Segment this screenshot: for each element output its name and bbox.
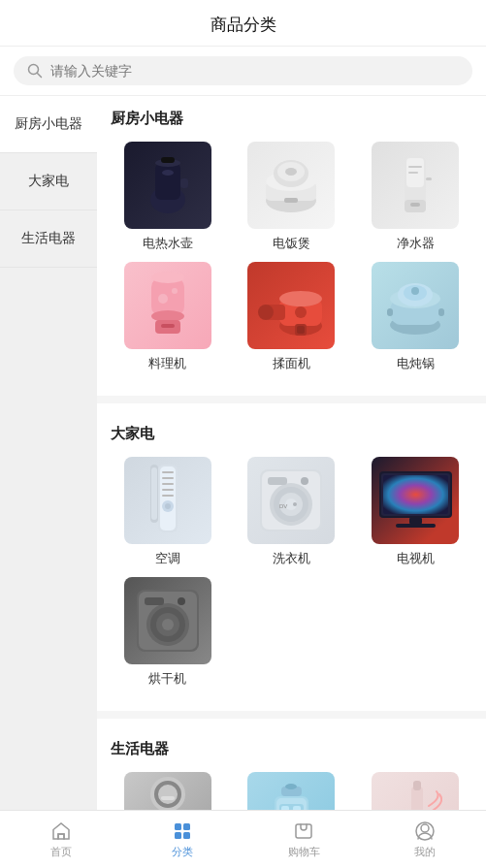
product-label-mixer: 揉面机 — [273, 355, 310, 372]
product-image-ricecooker — [247, 142, 335, 229]
svg-rect-69 — [409, 518, 422, 524]
product-mixer[interactable]: 揉面机 — [233, 262, 351, 372]
svg-point-26 — [158, 294, 168, 304]
product-washer[interactable]: DV 洗衣机 — [233, 457, 351, 567]
svg-rect-3 — [155, 163, 180, 200]
product-label-slowcooker: 电炖锅 — [397, 355, 435, 372]
search-icon — [27, 63, 43, 79]
svg-rect-102 — [175, 832, 181, 839]
sidebar-item-appliance[interactable]: 大家电 — [0, 153, 97, 210]
product-label-washer: 洗衣机 — [273, 550, 310, 567]
product-grid-kitchen: 电热水壶 电饭煲 — [109, 142, 474, 372]
product-image-ac — [124, 457, 211, 544]
svg-point-42 — [411, 287, 419, 295]
svg-point-78 — [178, 597, 185, 605]
product-image-slowcooker — [372, 262, 459, 349]
page-header: 商品分类 — [0, 0, 486, 47]
product-label-ricecooker: 电饭煲 — [273, 235, 310, 252]
product-kettle[interactable]: 电热水壶 — [109, 142, 227, 252]
svg-point-27 — [172, 288, 178, 294]
product-image-waterfilter — [372, 142, 459, 229]
svg-rect-28 — [161, 324, 175, 328]
nav-mine[interactable]: 我的 — [365, 811, 486, 868]
right-content: 厨房小电器 电热水壶 — [97, 96, 486, 868]
svg-point-7 — [162, 170, 174, 176]
svg-rect-55 — [151, 467, 157, 520]
product-label-tv: 电视机 — [397, 550, 435, 567]
svg-rect-36 — [297, 326, 305, 334]
svg-rect-77 — [145, 597, 164, 605]
mine-icon — [414, 820, 436, 842]
category-section-appliance: 大家电 — [97, 411, 486, 703]
svg-rect-101 — [183, 823, 190, 830]
product-grid-appliance: 空调 DV — [109, 457, 474, 567]
svg-point-76 — [162, 619, 174, 630]
svg-point-105 — [421, 824, 429, 832]
svg-rect-5 — [180, 178, 188, 188]
product-blender[interactable]: 料理机 — [109, 262, 227, 372]
svg-rect-43 — [387, 308, 393, 316]
nav-home[interactable]: 首页 — [0, 811, 121, 868]
nav-mine-label: 我的 — [414, 845, 436, 859]
page-title: 商品分类 — [211, 16, 276, 34]
nav-cart-label: 购物车 — [288, 845, 320, 859]
nav-category-label: 分类 — [172, 845, 193, 859]
svg-rect-68 — [383, 475, 448, 514]
svg-point-92 — [285, 784, 297, 789]
product-tv[interactable]: 电视机 — [356, 457, 474, 567]
product-slowcooker[interactable]: 电炖锅 — [356, 262, 474, 372]
svg-point-53 — [165, 503, 171, 509]
svg-line-1 — [38, 74, 42, 78]
category-section-kitchen: 厨房小电器 电热水壶 — [97, 96, 486, 388]
svg-rect-83 — [161, 796, 175, 800]
svg-rect-14 — [284, 198, 298, 203]
nav-home-label: 首页 — [50, 845, 72, 859]
nav-category[interactable]: 分类 — [121, 811, 243, 868]
svg-rect-19 — [408, 166, 422, 168]
main-content: 厨房小电器 大家电 生活电器 厨房小电器 — [0, 96, 486, 868]
home-icon — [50, 820, 72, 842]
svg-point-34 — [295, 306, 307, 318]
category-title-appliance: 大家电 — [109, 425, 474, 443]
svg-point-33 — [258, 305, 274, 320]
svg-rect-100 — [175, 823, 181, 830]
svg-rect-48 — [162, 477, 174, 479]
svg-rect-44 — [438, 308, 444, 316]
category-title-kitchen: 厨房小电器 — [109, 110, 474, 128]
cart-icon — [293, 820, 314, 842]
product-label-waterfilter: 净水器 — [397, 235, 435, 252]
product-image-tv — [372, 457, 459, 544]
category-icon — [172, 820, 193, 842]
nav-cart[interactable]: 购物车 — [243, 811, 365, 868]
product-waterfilter[interactable]: 净水器 — [356, 142, 474, 252]
product-label-blender: 料理机 — [148, 355, 186, 372]
svg-point-23 — [151, 272, 184, 283]
svg-rect-70 — [396, 524, 436, 528]
search-container — [14, 56, 472, 85]
svg-rect-18 — [410, 203, 420, 207]
product-ac[interactable]: 空调 — [109, 457, 227, 567]
search-bar — [0, 47, 486, 96]
svg-rect-97 — [413, 781, 421, 790]
product-label-dryer: 烘干机 — [148, 670, 186, 688]
product-image-kettle — [124, 142, 211, 229]
svg-rect-46 — [160, 466, 176, 530]
product-label-kettle: 电热水壶 — [143, 235, 193, 252]
svg-rect-47 — [162, 471, 174, 473]
product-image-mixer — [247, 262, 335, 349]
product-label-ac: 空调 — [155, 550, 180, 567]
svg-rect-51 — [162, 495, 174, 497]
product-ricecooker[interactable]: 电饭煲 — [233, 142, 351, 252]
svg-rect-50 — [162, 489, 174, 491]
search-input[interactable] — [50, 63, 459, 79]
section-divider-2 — [97, 711, 486, 719]
bottom-nav: 首页 分类 购物车 我的 — [0, 810, 486, 868]
svg-rect-104 — [296, 824, 311, 838]
sidebar-item-living[interactable]: 生活电器 — [0, 210, 97, 268]
section-divider-1 — [97, 396, 486, 403]
product-dryer[interactable]: 烘干机 — [109, 577, 227, 688]
sidebar-item-kitchen[interactable]: 厨房小电器 — [0, 96, 97, 153]
svg-rect-99 — [58, 834, 64, 839]
svg-point-64 — [293, 502, 297, 506]
svg-point-31 — [279, 291, 322, 306]
